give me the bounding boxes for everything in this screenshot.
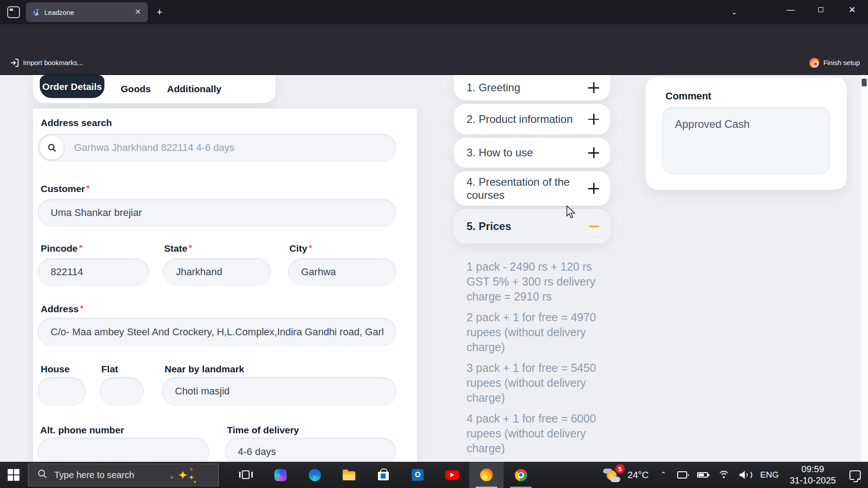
- tab-order-details-label: Order Details: [42, 81, 102, 92]
- import-bookmarks-button[interactable]: Import bookmarks...: [10, 58, 83, 67]
- search-icon: [40, 136, 64, 160]
- script-section-presentation[interactable]: 4. Presentation of the courses: [454, 171, 610, 206]
- file-explorer-button[interactable]: [332, 462, 366, 488]
- collapse-icon: [589, 225, 599, 228]
- city-input[interactable]: [288, 258, 396, 286]
- script-section-product-information[interactable]: 2. Product information: [454, 104, 610, 134]
- clock-time: 09:59: [790, 464, 836, 475]
- prices-list: 1 pack - 2490 rs + 120 rs GST 5% + 300 r…: [467, 259, 610, 488]
- new-tab-button[interactable]: +: [153, 6, 166, 19]
- firefox-view-icon[interactable]: [7, 6, 20, 18]
- temperature-label[interactable]: 24°C: [627, 469, 649, 480]
- comment-label: Comment: [665, 90, 711, 102]
- import-icon: [10, 58, 19, 67]
- edge-icon: [309, 469, 321, 481]
- state-label: State*: [164, 243, 192, 254]
- delivery-time-label: Time of delivery: [227, 425, 299, 436]
- task-view-button[interactable]: [229, 462, 263, 488]
- page-scrollbar-thumb[interactable]: [862, 79, 867, 86]
- price-item: 2 pack + 1 for free = 4970 rupees (witho…: [467, 310, 610, 355]
- address-search-input[interactable]: [38, 134, 396, 161]
- browser-chrome: Leadzone ✕ + ⌄ — ✕ ← → ⟳ leadzone.pro/op…: [0, 0, 868, 75]
- price-item: 1 pack - 2490 rs + 120 rs GST 5% + 300 r…: [467, 259, 610, 304]
- browser-tab[interactable]: Leadzone ✕: [26, 2, 148, 22]
- flat-label: Flat: [101, 364, 118, 375]
- bookmarks-bar: Import bookmarks... Finish setup: [0, 51, 868, 75]
- address-search-label: Address search: [41, 117, 112, 128]
- tab-additionally[interactable]: Additionally: [167, 84, 222, 94]
- flat-input[interactable]: [99, 377, 144, 406]
- taskbar-search[interactable]: Type here to search ✦✦✦: [28, 464, 219, 486]
- customer-label: Customer*: [41, 183, 90, 194]
- page-content: Order Details Goods Additionally Address…: [0, 75, 868, 488]
- finish-setup-label: Finish setup: [823, 59, 860, 66]
- notification-center-icon[interactable]: [849, 470, 861, 480]
- expand-icon: [587, 81, 600, 94]
- chrome-button[interactable]: [504, 462, 538, 488]
- address-label: Address*: [41, 304, 83, 314]
- tab-order-details[interactable]: Order Details: [40, 75, 104, 98]
- house-label: House: [41, 364, 70, 375]
- youtube-icon: [445, 470, 459, 480]
- system-tray: 5 24°C ⌃ ENG 09:59 31-10-2025: [603, 462, 868, 488]
- clock-date: 31-10-2025: [790, 475, 836, 486]
- rotation-lock-icon[interactable]: [677, 471, 687, 479]
- taskbar-clock[interactable]: 09:59 31-10-2025: [790, 464, 836, 486]
- start-button[interactable]: [0, 462, 27, 488]
- comment-textarea[interactable]: Approved Cash: [662, 107, 830, 174]
- task-view-icon: [240, 470, 252, 479]
- house-input[interactable]: [38, 377, 86, 406]
- alt-phone-label: Alt. phone number: [40, 425, 124, 436]
- battery-icon[interactable]: [697, 472, 708, 478]
- window-restore-button[interactable]: [810, 0, 831, 19]
- chrome-icon: [515, 469, 527, 481]
- customer-input[interactable]: [38, 199, 396, 226]
- script-section-greeting[interactable]: 1. Greeting: [454, 75, 610, 100]
- windows-taskbar: Type here to search ✦✦✦ O 5 24°C ⌃ ENG 0…: [0, 462, 868, 488]
- price-item: 3 pack + 1 for free = 5450 rupees (witho…: [467, 361, 610, 405]
- volume-icon[interactable]: [740, 471, 750, 479]
- script-section-how-to-use[interactable]: 3. How to use: [454, 138, 610, 168]
- browser-tabstrip: Leadzone ✕ + ⌄ — ✕: [0, 0, 868, 24]
- wifi-icon[interactable]: [718, 471, 730, 479]
- state-input[interactable]: [163, 258, 271, 286]
- landmark-input[interactable]: [162, 377, 396, 406]
- outlook-button[interactable]: O: [401, 462, 435, 488]
- tray-chevron-icon[interactable]: ⌃: [660, 470, 666, 479]
- outlook-icon: O: [412, 469, 424, 481]
- search-icon: [38, 469, 47, 481]
- landmark-label: Near by landmark: [165, 364, 244, 375]
- windows-ai-stars-icon: ✦✦✦: [170, 467, 198, 484]
- windows-logo-icon: [8, 469, 19, 481]
- window-minimize-button[interactable]: —: [780, 0, 801, 19]
- browser-toolbar: ← → ⟳ leadzone.pro/operator/call Sig: [0, 24, 868, 51]
- comment-card: Comment Approved Cash: [646, 77, 847, 190]
- mouse-cursor: [566, 206, 576, 221]
- taskbar-search-placeholder: Type here to search: [54, 470, 134, 480]
- section-title: 4. Presentation of the courses: [467, 175, 581, 202]
- finish-setup-button[interactable]: Finish setup: [809, 58, 860, 68]
- city-label: City*: [289, 243, 312, 254]
- pincode-input[interactable]: [38, 258, 149, 286]
- price-item: 4 pack + 1 for free = 6000 rupees (witho…: [467, 411, 610, 456]
- microsoft-store-button[interactable]: [366, 462, 401, 488]
- expand-icon: [587, 182, 600, 195]
- page-scrollbar-track[interactable]: [860, 75, 868, 462]
- youtube-button[interactable]: [435, 462, 469, 488]
- firefox-button[interactable]: [469, 462, 504, 488]
- language-indicator[interactable]: ENG: [760, 470, 779, 480]
- edge-button[interactable]: [297, 462, 332, 488]
- address-input[interactable]: [38, 318, 396, 346]
- copilot-button[interactable]: [263, 462, 297, 488]
- firefox-logo-icon: [809, 58, 819, 68]
- list-tabs-chevron-icon[interactable]: ⌄: [727, 5, 741, 19]
- weather-widget[interactable]: 5: [603, 466, 624, 484]
- tab-close-icon[interactable]: ✕: [132, 7, 143, 18]
- script-section-prices[interactable]: 5. Prices: [454, 209, 610, 244]
- firefox-icon: [480, 469, 493, 481]
- pincode-label: Pincode*: [41, 243, 82, 254]
- copilot-icon: [274, 469, 287, 481]
- window-close-button[interactable]: ✕: [842, 0, 863, 19]
- tab-title: Leadzone: [44, 9, 132, 16]
- tab-goods[interactable]: Goods: [121, 84, 151, 94]
